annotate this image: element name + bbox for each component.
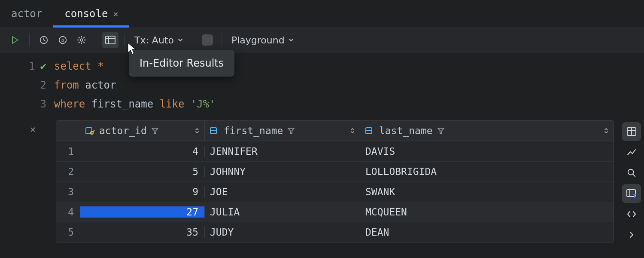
history-button[interactable] (36, 32, 52, 48)
code-content[interactable]: where first_name like 'J%' (54, 95, 216, 114)
column-header-first-name[interactable]: first_name (205, 121, 360, 141)
row-number-header (56, 121, 80, 141)
cell-actor-id[interactable]: 27 (80, 206, 205, 218)
code-content[interactable]: from actor (54, 76, 116, 95)
close-results-button[interactable]: ✕ (30, 124, 36, 135)
svg-rect-4 (106, 36, 115, 44)
checkmark-icon: ✔ (40, 57, 46, 76)
column-header-actor-id[interactable]: actor_id (80, 121, 205, 141)
row-number: 4 (56, 202, 80, 222)
row-number: 2 (56, 162, 80, 181)
cell-last-name[interactable]: SWANK (360, 186, 614, 197)
line-chart-icon (626, 147, 637, 157)
line-number: 3 (39, 95, 46, 114)
play-icon (11, 36, 19, 44)
svg-text:p: p (61, 37, 64, 43)
row-number: 1 (56, 141, 80, 161)
column-icon (365, 126, 375, 135)
table-grid-icon (105, 36, 115, 44)
column-label: last_name (379, 125, 433, 136)
cell-first-name[interactable]: JOHNNY (205, 166, 360, 177)
view-code-button[interactable] (622, 205, 641, 224)
code-icon (626, 210, 637, 218)
table-row[interactable]: 427JULIAMCQUEEN (56, 202, 614, 222)
commit-icon (202, 34, 213, 46)
tab-label: console (64, 8, 108, 20)
tab-console[interactable]: console ✕ (53, 0, 129, 28)
cell-last-name[interactable]: LOLLOBRIGIDA (360, 166, 614, 177)
cell-first-name[interactable]: JOE (205, 186, 360, 197)
code-content[interactable]: select * (54, 57, 104, 76)
svg-point-3 (80, 39, 83, 41)
p-icon: p (58, 35, 67, 45)
cell-last-name[interactable]: DEAN (360, 227, 614, 238)
line-number: 1 (27, 57, 35, 76)
transaction-mode-dropdown[interactable]: Tx: Auto (131, 33, 187, 47)
close-icon[interactable]: ✕ (113, 9, 118, 19)
expand-button[interactable] (622, 225, 641, 244)
view-table-button[interactable] (622, 122, 641, 141)
commit-button[interactable] (199, 32, 216, 48)
column-header-last-name[interactable]: last_name (360, 121, 614, 141)
in-editor-results-button[interactable] (102, 32, 118, 48)
results-grid: actor_id first_name last_name 14JENNIFER… (56, 120, 614, 243)
search-icon (627, 168, 636, 178)
table-row[interactable]: 25JOHNNYLOLLOBRIGIDA (56, 161, 614, 181)
toolbar-divider (29, 34, 30, 46)
tab-actor[interactable]: actor (0, 0, 53, 28)
editor-tabs: actor console ✕ (0, 0, 644, 28)
code-line[interactable]: 2from actor (0, 76, 644, 95)
cell-first-name[interactable]: JULIA (205, 206, 360, 218)
sort-icon[interactable] (603, 127, 614, 135)
gutter: 3 (0, 95, 54, 114)
filter-panel-button[interactable] (622, 184, 641, 203)
tx-label: Tx: Auto (134, 35, 174, 46)
row-number: 3 (56, 182, 80, 202)
column-icon (209, 126, 219, 135)
toolbar-divider (125, 34, 125, 46)
filter-icon[interactable] (151, 127, 159, 135)
column-label: first_name (224, 125, 283, 136)
sql-editor[interactable]: 1✔select *2from actor3where first_name l… (0, 52, 644, 114)
chevron-down-icon (288, 37, 294, 43)
cell-last-name[interactable]: MCQUEEN (360, 206, 614, 218)
table-row[interactable]: 14JENNIFERDAVIS (56, 141, 614, 161)
cell-actor-id[interactable]: 5 (80, 166, 205, 177)
cell-first-name[interactable]: JUDY (205, 227, 360, 238)
primary-key-column-icon (85, 126, 95, 135)
cell-last-name[interactable]: DAVIS (360, 146, 614, 157)
code-line[interactable]: 3where first_name like 'J%' (0, 95, 644, 114)
table-row[interactable]: 39JOESWANK (56, 181, 614, 202)
view-chart-button[interactable] (622, 143, 641, 162)
filter-icon[interactable] (287, 127, 295, 135)
line-number: 2 (39, 76, 46, 95)
row-number: 5 (56, 222, 80, 242)
clock-icon (39, 35, 49, 45)
cell-actor-id[interactable]: 9 (80, 186, 205, 197)
cell-actor-id[interactable]: 35 (80, 227, 205, 238)
column-label: actor_id (99, 125, 147, 136)
chevron-right-icon (629, 230, 635, 239)
sort-icon[interactable] (349, 127, 360, 135)
gear-icon (77, 35, 86, 45)
table-row[interactable]: 535JUDYDEAN (56, 222, 614, 242)
filter-icon[interactable] (437, 127, 445, 135)
session-label: Playground (231, 35, 285, 46)
chevron-down-icon (177, 37, 183, 43)
settings-button[interactable] (73, 32, 90, 48)
query-toolbar: p Tx: Auto Playground (0, 28, 644, 52)
cell-actor-id[interactable]: 4 (80, 146, 205, 157)
parameters-button[interactable]: p (55, 32, 71, 48)
session-dropdown[interactable]: Playground (228, 33, 298, 47)
results-sidebar (619, 120, 644, 244)
sort-icon[interactable] (194, 127, 204, 135)
tooltip: In-Editor Results (129, 50, 234, 77)
code-line[interactable]: 1✔select * (0, 57, 644, 76)
results-header-row: actor_id first_name last_name (56, 121, 614, 141)
svg-line-18 (633, 174, 635, 177)
toolbar-divider (96, 34, 96, 46)
toolbar-divider (222, 34, 222, 46)
run-button[interactable] (7, 32, 23, 48)
cell-first-name[interactable]: JENNIFER (205, 146, 360, 157)
search-button[interactable] (622, 163, 641, 182)
